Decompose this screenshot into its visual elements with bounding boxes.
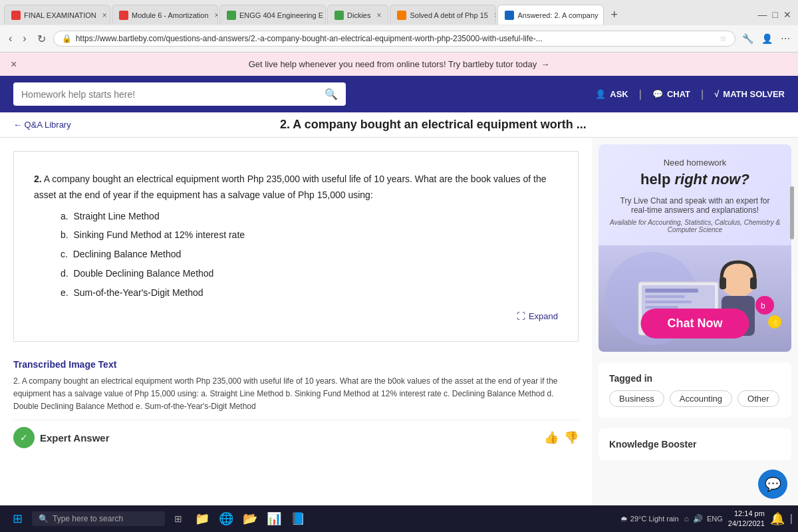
divider: | [639, 88, 642, 100]
reload-button[interactable]: ↻ [34, 31, 49, 47]
tab-close-btn[interactable]: × [215, 11, 218, 20]
banner-close-btn[interactable]: × [11, 59, 17, 70]
tab-solved[interactable]: Solved A debt of Php 15 × [390, 5, 496, 25]
address-bar-row: ‹ › ↻ 🔒 https://www.bartleby.com/questio… [0, 25, 798, 52]
question-body: A company bought an electrical equipment… [34, 174, 547, 200]
star-icon[interactable]: ☆ [720, 34, 727, 43]
svg-text:b: b [761, 301, 765, 311]
transcribed-text: 2. A company bought an electrical equipm… [13, 375, 579, 414]
taskbar-right: 🌧 29°C Light rain ⌂ 🔊 ENG 12:14 pm 24/12… [620, 509, 793, 529]
main-area: 2. A company bought an electrical equipm… [0, 138, 798, 532]
list-item: a. Straight Line Method [61, 209, 558, 225]
profile-btn[interactable]: 👤 [759, 32, 775, 45]
tab-title: ENGG 404 Engineering E [239, 11, 323, 19]
address-bar[interactable]: 🔒 https://www.bartleby.com/questions-and… [53, 31, 735, 47]
weather-icon: 🌧 [620, 515, 628, 523]
start-button[interactable]: ⊞ [5, 507, 29, 531]
new-tab-button[interactable]: + [605, 8, 623, 22]
taskbar-search-icon: 🔍 [39, 514, 49, 523]
expert-label: Expert Answer [40, 432, 109, 444]
tab-close-btn[interactable]: × [494, 11, 497, 20]
svg-rect-10 [750, 277, 757, 289]
check-icon: ✓ [20, 432, 28, 443]
taskbar-file-explorer[interactable]: 📁 [192, 508, 213, 529]
expand-icon: ⛶ [517, 311, 525, 321]
expand-label: Expand [529, 311, 558, 321]
knowledge-title: Knowledge Booster [609, 439, 781, 450]
tab-icon [11, 11, 21, 20]
search-box[interactable]: 🔍 [13, 82, 346, 106]
tab-answered[interactable]: Answered: 2. A company × [497, 5, 604, 25]
thumbsup-icon[interactable]: 👍 [544, 430, 559, 445]
tab-dickies[interactable]: Dickies × [327, 5, 388, 25]
promo-banner: × Get live help whenever you need from o… [0, 53, 798, 76]
expand-button[interactable]: ⛶ Expand [34, 305, 558, 321]
taskbar-search-text: Type here to search [53, 514, 123, 523]
svg-text:⭐: ⭐ [771, 319, 780, 327]
site-header: 🔍 👤 ASK | 💬 CHAT | √ MATH SOLVER [0, 76, 798, 112]
show-desktop-icon[interactable]: | [790, 513, 793, 525]
math-icon: √ [714, 89, 719, 99]
taskbar-excel[interactable]: 📊 [263, 508, 285, 529]
url-text: https://www.bartleby.com/questions-and-a… [76, 34, 716, 43]
tab-close-btn[interactable]: × [376, 11, 381, 20]
math-solver-button[interactable]: √ MATH SOLVER [714, 89, 785, 99]
browser-actions: 🔧 👤 ⋯ [739, 32, 793, 45]
list-item: c. Declining Balance Method [61, 247, 558, 263]
windows-icon: ⊞ [13, 511, 23, 526]
search-input[interactable] [21, 89, 319, 100]
tab-title: Module 6 - Amortization [132, 11, 209, 19]
chat-button[interactable]: 💬 CHAT [652, 89, 690, 99]
taskbar-word[interactable]: 📘 [287, 508, 309, 529]
banner-text: Get live help whenever you need from onl… [249, 59, 537, 69]
chat-bubble-button[interactable]: 💬 [758, 469, 787, 499]
banner-arrow: → [541, 59, 549, 69]
help-widget-top: Need homework help right now? Try Live C… [598, 144, 791, 245]
tab-engg404[interactable]: ENGG 404 Engineering E × [219, 5, 326, 25]
need-homework-text: Need homework [609, 158, 781, 168]
list-item: b. Sinking Fund Method at 12% interest r… [61, 227, 558, 243]
minimize-btn[interactable]: — [758, 9, 767, 20]
taskview-button[interactable]: ⊞ [168, 508, 189, 529]
scroll-thumb[interactable] [790, 186, 794, 239]
divider2: | [701, 88, 704, 100]
tab-module6[interactable]: Module 6 - Amortization × [112, 5, 218, 25]
thumbsdown-icon[interactable]: 👎 [564, 430, 579, 445]
forward-button[interactable]: › [19, 31, 29, 46]
svg-rect-3 [645, 289, 698, 293]
volume-icon[interactable]: 🔊 [693, 514, 703, 523]
qa-library-link[interactable]: ← Q&A Library [13, 120, 71, 130]
maximize-btn[interactable]: □ [773, 9, 778, 20]
back-button[interactable]: ‹ [5, 31, 15, 46]
question-block: 2. A company bought an electrical equipm… [13, 151, 579, 342]
extensions-btn[interactable]: 🔧 [739, 32, 756, 45]
tag-business[interactable]: Business [609, 390, 664, 407]
taskbar-time-date: 12:14 pm 24/12/2021 [728, 509, 765, 529]
taskbar-time: 12:14 pm [728, 509, 765, 519]
network-icon[interactable]: ⌂ [684, 514, 689, 523]
tab-bar: FINAL EXAMINATION × Module 6 - Amortizat… [0, 0, 798, 25]
weather-text: 29°C Light rain [630, 515, 679, 523]
notification-icon[interactable]: 🔔 [770, 511, 785, 526]
svg-rect-4 [645, 295, 685, 298]
tag-accounting[interactable]: Accounting [670, 390, 732, 407]
svg-rect-9 [720, 277, 726, 289]
tag-other[interactable]: Other [737, 390, 779, 407]
transcribed-section: Transcribed Image Text 2. A company boug… [13, 352, 579, 420]
tab-final-examination[interactable]: FINAL EXAMINATION × [4, 5, 110, 25]
ask-button[interactable]: 👤 ASK [595, 89, 628, 99]
search-icon[interactable]: 🔍 [325, 88, 338, 100]
tab-title: Dickies [347, 11, 370, 19]
taskbar-search-box[interactable]: 🔍 Type here to search [32, 511, 165, 526]
chat-now-button[interactable]: Chat Now [641, 309, 749, 338]
content-pane: 2. A company bought an electrical equipm… [0, 138, 592, 532]
close-window-btn[interactable]: ✕ [783, 9, 791, 20]
tab-close-btn[interactable]: × [102, 11, 107, 20]
back-label: ← Q&A Library [13, 120, 71, 130]
help-subtitle: Try Live Chat and speak with an expert f… [609, 196, 781, 215]
taskbar-edge[interactable]: 🌐 [215, 508, 237, 529]
taskbar-folder[interactable]: 📂 [239, 508, 261, 529]
question-list: a. Straight Line Method b. Sinking Fund … [34, 209, 558, 301]
math-solver-label: MATH SOLVER [723, 89, 785, 99]
more-btn[interactable]: ⋯ [778, 32, 793, 45]
